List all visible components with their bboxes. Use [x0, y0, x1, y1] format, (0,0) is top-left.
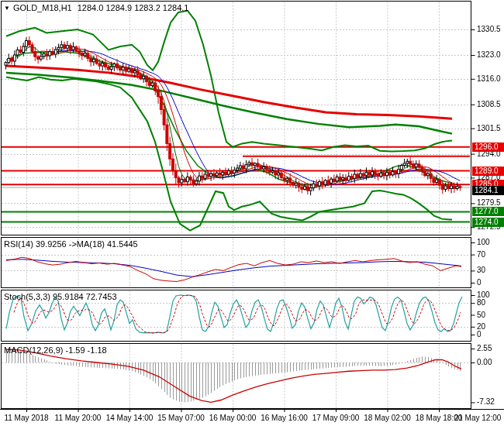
- rsi-tick-label: 70: [477, 250, 485, 259]
- time-tick-label: 14 May 14:00: [106, 414, 154, 422]
- macd-tick-label: -7.32: [477, 397, 495, 406]
- stoch-tick-label: 0: [477, 330, 482, 338]
- price-level-badge: 1289.0: [472, 167, 504, 176]
- macd-tick-label: 0.00: [477, 358, 492, 366]
- time-axis[interactable]: 11 May 201811 May 20:0014 May 14:0015 Ma…: [0, 410, 504, 426]
- price-level-badge: 1296.0: [472, 143, 504, 152]
- price-tick-label: 1330.5: [477, 25, 501, 33]
- macd-indicator-label: MACD(12,26,9) -1.59 -1.18: [4, 345, 107, 355]
- price-tick-label: 1279.5: [477, 198, 501, 207]
- time-tick-label: 18 May 02:00: [364, 414, 411, 422]
- time-tick-label: 11 May 2018: [4, 414, 48, 422]
- ohlc-readout: 1284.0 1284.9 1283.2 1284.1: [78, 3, 189, 12]
- price-tick-label: 1308.5: [477, 100, 501, 108]
- chart-window: ▼GOLD_M18,H11284.0 1284.9 1283.2 1284.1 …: [0, 0, 504, 426]
- chart-canvas[interactable]: [0, 0, 504, 426]
- macd-tick-label: 2.55: [477, 344, 492, 352]
- time-tick-label: 16 May 00:00: [209, 414, 257, 422]
- rsi-tick-label: 30: [477, 266, 485, 274]
- symbol-timeframe: GOLD_M18,H1: [13, 3, 72, 12]
- price-tick-label: 1323.0: [477, 50, 501, 59]
- price-axis[interactable]: 1330.51323.01316.01308.51301.51294.01287…: [471, 0, 504, 409]
- time-tick-label: 21 May 12:00: [454, 414, 502, 422]
- rsi-tick-label: 0: [477, 278, 482, 287]
- time-tick-label: 11 May 20:00: [55, 414, 102, 422]
- price-level-badge: 1277.0: [472, 207, 504, 216]
- stoch-indicator-label: Stoch(5,3,3) 95.9184 72.7453: [4, 292, 117, 301]
- time-tick-label: 16 May 16:00: [261, 414, 308, 422]
- rsi-indicator-label: RSI(14) 39.9256 ->MA(18) 41.5445: [4, 239, 138, 249]
- stoch-tick-label: 80: [477, 298, 485, 307]
- price-level-badge: 1274.0: [472, 218, 504, 227]
- current-price-badge: 1284.1: [472, 186, 504, 195]
- price-tick-label: 1316.0: [477, 74, 501, 83]
- price-tick-label: 1301.5: [477, 124, 501, 132]
- chart-title: ▼GOLD_M18,H11284.0 1284.9 1283.2 1284.1: [4, 3, 188, 12]
- time-tick-label: 17 May 09:00: [312, 414, 360, 422]
- symbol-dropdown-icon[interactable]: ▼: [4, 5, 10, 12]
- stoch-tick-label: 50: [477, 311, 485, 319]
- time-tick-label: 15 May 07:00: [157, 414, 205, 422]
- rsi-tick-label: 100: [477, 238, 490, 246]
